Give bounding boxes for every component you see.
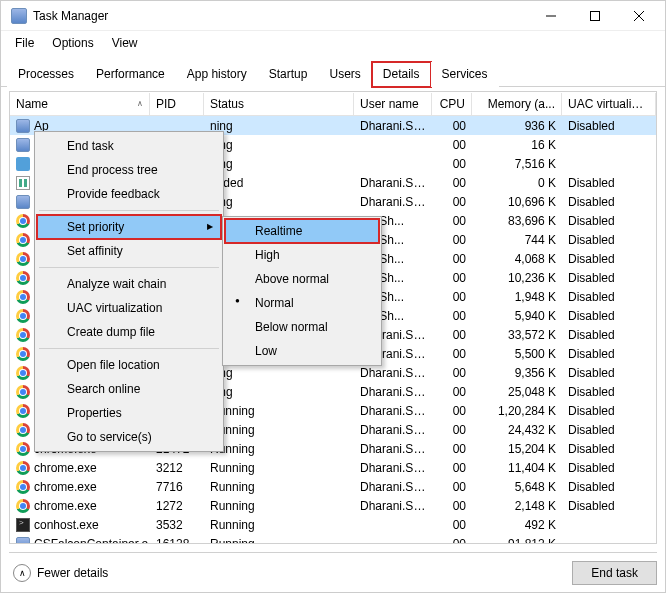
process-icon	[16, 309, 30, 323]
process-cpu: 00	[432, 536, 472, 544]
process-memory: 492 K	[472, 517, 562, 533]
context-menu: End taskEnd process treeProvide feedback…	[34, 131, 224, 452]
process-cpu: 00	[432, 156, 472, 172]
process-status: Running	[204, 403, 354, 419]
tab-services[interactable]: Services	[431, 62, 499, 87]
process-uac	[562, 163, 656, 165]
process-pid: 3532	[150, 517, 204, 533]
menu-end-task[interactable]: End task	[37, 134, 221, 158]
menu-file[interactable]: File	[7, 33, 42, 53]
process-cpu: 00	[432, 137, 472, 153]
menu-end-process-tree[interactable]: End process tree	[37, 158, 221, 182]
process-icon	[16, 233, 30, 247]
process-icon	[16, 499, 30, 513]
process-pid: 7716	[150, 479, 204, 495]
menu-create-dump-file[interactable]: Create dump file	[37, 320, 221, 344]
menu-provide-feedback[interactable]: Provide feedback	[37, 182, 221, 206]
process-icon	[16, 442, 30, 456]
menu-open-file-location[interactable]: Open file location	[37, 353, 221, 377]
menu-analyze-wait-chain[interactable]: Analyze wait chain	[37, 272, 221, 296]
process-cpu: 00	[432, 175, 472, 191]
menu-search-online[interactable]: Search online	[37, 377, 221, 401]
table-row[interactable]: chrome.exe7716RunningDharani.Sh...005,64…	[10, 477, 656, 496]
process-status: Running	[204, 517, 354, 533]
menu-set-priority[interactable]: Set priority	[37, 215, 221, 239]
process-memory: 0 K	[472, 175, 562, 191]
priority-below-normal[interactable]: Below normal	[225, 315, 379, 339]
col-cpu[interactable]: CPU	[432, 93, 472, 115]
process-icon	[16, 385, 30, 399]
priority-realtime[interactable]: Realtime	[225, 219, 379, 243]
menu-options[interactable]: Options	[44, 33, 101, 53]
titlebar: Task Manager	[1, 1, 665, 31]
process-icon	[16, 461, 30, 475]
process-uac: Disabled	[562, 251, 656, 267]
process-icon	[16, 404, 30, 418]
process-memory: 2,148 K	[472, 498, 562, 514]
menu-properties[interactable]: Properties	[37, 401, 221, 425]
menu-set-affinity[interactable]: Set affinity	[37, 239, 221, 263]
process-memory: 15,204 K	[472, 441, 562, 457]
process-memory: 1,20,284 K	[472, 403, 562, 419]
process-cpu: 00	[432, 365, 472, 381]
process-uac: Disabled	[562, 441, 656, 457]
minimize-button[interactable]	[529, 1, 573, 31]
close-button[interactable]	[617, 1, 661, 31]
col-memory[interactable]: Memory (a...	[472, 93, 562, 115]
tab-performance[interactable]: Performance	[85, 62, 176, 87]
tab-processes[interactable]: Processes	[7, 62, 85, 87]
process-memory: 1,948 K	[472, 289, 562, 305]
tab-startup[interactable]: Startup	[258, 62, 319, 87]
col-uac[interactable]: UAC virtualizat...	[562, 93, 656, 115]
table-row[interactable]: CSFalconContainer.e16128Running0091,812 …	[10, 534, 656, 543]
process-user: Dharani.Sh...	[354, 118, 432, 134]
tab-users[interactable]: Users	[318, 62, 371, 87]
process-status: Running	[204, 536, 354, 544]
col-name[interactable]: Name∧	[10, 93, 150, 115]
process-icon	[16, 119, 30, 133]
menu-go-to-service-s-[interactable]: Go to service(s)	[37, 425, 221, 449]
table-row[interactable]: conhost.exe3532Running00492 K	[10, 515, 656, 534]
process-cpu: 00	[432, 118, 472, 134]
col-status[interactable]: Status	[204, 93, 354, 115]
process-uac: Disabled	[562, 498, 656, 514]
priority-above-normal[interactable]: Above normal	[225, 267, 379, 291]
process-uac: Disabled	[562, 479, 656, 495]
menu-view[interactable]: View	[104, 33, 146, 53]
process-uac: Disabled	[562, 289, 656, 305]
process-user: Dharani.Sh...	[354, 441, 432, 457]
process-memory: 83,696 K	[472, 213, 562, 229]
process-status: ning	[204, 384, 354, 400]
process-cpu: 00	[432, 327, 472, 343]
process-icon	[16, 328, 30, 342]
col-pid[interactable]: PID	[150, 93, 204, 115]
process-cpu: 00	[432, 403, 472, 419]
process-memory: 5,500 K	[472, 346, 562, 362]
priority-high[interactable]: High	[225, 243, 379, 267]
fewer-details-toggle[interactable]: ∧ Fewer details	[9, 562, 112, 584]
process-uac	[562, 524, 656, 526]
process-memory: 24,432 K	[472, 422, 562, 438]
process-user: Dharani.Sh...	[354, 194, 432, 210]
process-icon	[16, 518, 30, 532]
process-status: Running	[204, 422, 354, 438]
process-uac: Disabled	[562, 232, 656, 248]
process-icon	[16, 176, 30, 190]
menu-uac-virtualization[interactable]: UAC virtualization	[37, 296, 221, 320]
process-uac: Disabled	[562, 175, 656, 191]
table-row[interactable]: chrome.exe1272RunningDharani.Sh...002,14…	[10, 496, 656, 515]
process-uac: Disabled	[562, 365, 656, 381]
col-user[interactable]: User name	[354, 93, 432, 115]
process-icon	[16, 347, 30, 361]
end-task-button[interactable]: End task	[572, 561, 657, 585]
app-icon	[11, 8, 27, 24]
tab-details[interactable]: Details	[372, 62, 431, 87]
process-memory: 7,516 K	[472, 156, 562, 172]
priority-normal[interactable]: Normal	[225, 291, 379, 315]
process-memory: 91,812 K	[472, 536, 562, 544]
tab-app-history[interactable]: App history	[176, 62, 258, 87]
priority-low[interactable]: Low	[225, 339, 379, 363]
process-user	[354, 543, 432, 544]
table-row[interactable]: chrome.exe3212RunningDharani.Sh...0011,4…	[10, 458, 656, 477]
maximize-button[interactable]	[573, 1, 617, 31]
